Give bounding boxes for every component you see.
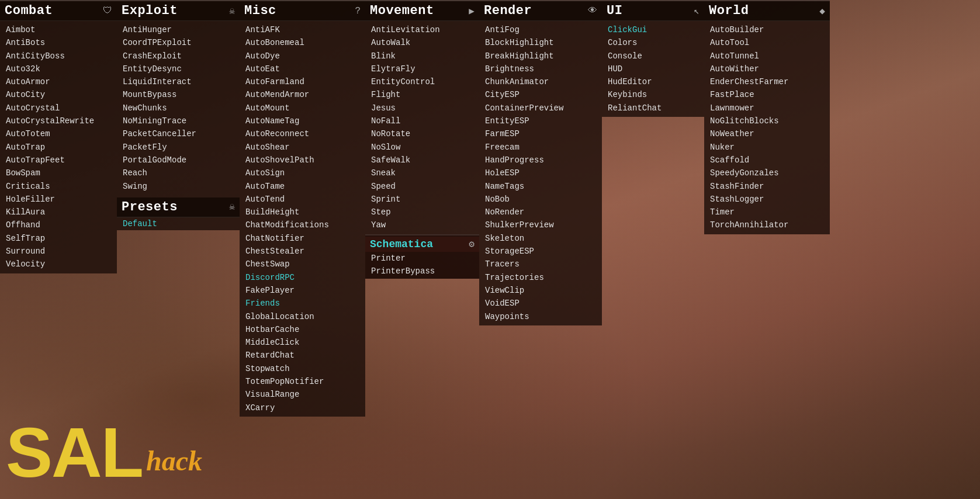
item-entitycontrol[interactable]: EntityControl xyxy=(365,75,479,88)
item-noslow[interactable]: NoSlow xyxy=(365,141,479,154)
item-cityesp[interactable]: CityESP xyxy=(479,88,602,101)
item-xcarry[interactable]: XCarry xyxy=(240,401,365,414)
item-autofarmland[interactable]: AutoFarmland xyxy=(240,75,365,88)
item-yaw[interactable]: Yaw xyxy=(365,219,479,231)
item-fastplace[interactable]: FastPlace xyxy=(704,88,830,101)
item-selftrap[interactable]: SelfTrap xyxy=(0,232,117,245)
item-globallocation[interactable]: GlobalLocation xyxy=(240,310,365,323)
item-antibots[interactable]: AntiBots xyxy=(0,36,117,49)
item-console[interactable]: Console xyxy=(602,50,704,63)
item-blockhighlight[interactable]: BlockHighlight xyxy=(479,36,602,49)
item-visualrange[interactable]: VisualRange xyxy=(240,388,365,401)
item-autoreconnect[interactable]: AutoReconnect xyxy=(240,127,365,140)
panel-header-movement[interactable]: Movement▶ xyxy=(365,1,479,21)
item-sneak[interactable]: Sneak xyxy=(365,167,479,179)
item-stashfinder[interactable]: StashFinder xyxy=(704,180,830,193)
item-storageesp[interactable]: StorageESP xyxy=(479,245,602,258)
item-sprint[interactable]: Sprint xyxy=(365,193,479,206)
item-chestswap[interactable]: ChestSwap xyxy=(240,258,365,271)
sub-panel-header-schematica[interactable]: Schematica⚙ xyxy=(365,237,479,252)
item-mountbypass[interactable]: MountBypass xyxy=(117,88,240,101)
item-killaura[interactable]: KillAura xyxy=(0,206,117,219)
item-packetcanceller[interactable]: PacketCanceller xyxy=(117,127,240,140)
item-autocity[interactable]: AutoCity xyxy=(0,88,117,101)
item-lawnmower[interactable]: Lawnmower xyxy=(704,102,830,115)
item-stopwatch[interactable]: Stopwatch xyxy=(240,362,365,375)
item-autonametag[interactable]: AutoNameTag xyxy=(240,115,365,127)
item-nuker[interactable]: Nuker xyxy=(704,141,830,154)
item-friends[interactable]: Friends xyxy=(240,297,365,310)
item-velocity[interactable]: Velocity xyxy=(0,258,117,271)
item-reliantchat[interactable]: ReliantChat xyxy=(602,102,704,115)
item-chatnotifier[interactable]: ChatNotifier xyxy=(240,232,365,245)
item-packetfly[interactable]: PacketFly xyxy=(117,141,240,154)
item-colors[interactable]: Colors xyxy=(602,36,704,49)
item-waypoints[interactable]: Waypoints xyxy=(479,310,602,323)
item-surround[interactable]: Surround xyxy=(0,245,117,258)
item-autosign[interactable]: AutoSign xyxy=(240,167,365,179)
item-discordrpc[interactable]: DiscordRPC xyxy=(240,271,365,284)
item-clickgui[interactable]: ClickGui xyxy=(602,23,704,36)
item-autowither[interactable]: AutoWither xyxy=(704,63,830,75)
item-chatmodifications[interactable]: ChatModifications xyxy=(240,219,365,231)
item-offhand[interactable]: Offhand xyxy=(0,219,117,231)
panel-header-combat[interactable]: Combat🛡 xyxy=(0,1,117,21)
item-criticals[interactable]: Criticals xyxy=(0,180,117,193)
item-hotbarcache[interactable]: HotbarCache xyxy=(240,323,365,336)
item-nofall[interactable]: NoFall xyxy=(365,115,479,127)
item-holeesp[interactable]: HoleESP xyxy=(479,167,602,179)
item-reach[interactable]: Reach xyxy=(117,167,240,179)
item-autotend[interactable]: AutoTend xyxy=(240,193,365,206)
item-enderchestfarmer[interactable]: EnderChestFarmer xyxy=(704,75,830,88)
item-stashlogger[interactable]: StashLogger xyxy=(704,193,830,206)
panel-header-ui[interactable]: UI↖ xyxy=(602,1,704,21)
item-totempopnotifier[interactable]: TotemPopNotifier xyxy=(240,375,365,388)
item-autocrystal[interactable]: AutoCrystal xyxy=(0,102,117,115)
item-noglitchblocks[interactable]: NoGlitchBlocks xyxy=(704,115,830,127)
item-retardchat[interactable]: RetardChat xyxy=(240,349,365,362)
item-autoshovelpath[interactable]: AutoShovelPath xyxy=(240,154,365,167)
panel-header-exploit[interactable]: Exploit☠ xyxy=(117,1,240,21)
sub-item-printer[interactable]: Printer xyxy=(365,252,479,265)
item-shulkerpreview[interactable]: ShulkerPreview xyxy=(479,219,602,231)
item-antifog[interactable]: AntiFog xyxy=(479,23,602,36)
item-anticityboss[interactable]: AntiCityBoss xyxy=(0,50,117,63)
item-automount[interactable]: AutoMount xyxy=(240,102,365,115)
item-bowspam[interactable]: BowSpam xyxy=(0,167,117,179)
item-step[interactable]: Step xyxy=(365,206,479,219)
item-aimbot[interactable]: Aimbot xyxy=(0,23,117,36)
item-entitydesync[interactable]: EntityDesync xyxy=(117,63,240,75)
item-blink[interactable]: Blink xyxy=(365,50,479,63)
item-elytrafly[interactable]: ElytraFly xyxy=(365,63,479,75)
item-autoeat[interactable]: AutoEat xyxy=(240,63,365,75)
item-autodye[interactable]: AutoDye xyxy=(240,50,365,63)
item-liquidinteract[interactable]: LiquidInteract xyxy=(117,75,240,88)
item-autotrapfeet[interactable]: AutoTrapFeet xyxy=(0,154,117,167)
item-freecam[interactable]: Freecam xyxy=(479,141,602,154)
item-antiafk[interactable]: AntiAFK xyxy=(240,23,365,36)
item-antihunger[interactable]: AntiHunger xyxy=(117,23,240,36)
item-hudeditor[interactable]: HudEditor xyxy=(602,75,704,88)
item-autowalk[interactable]: AutoWalk xyxy=(365,36,479,49)
item-auto32k[interactable]: Auto32k xyxy=(0,63,117,75)
item-skeleton[interactable]: Skeleton xyxy=(479,232,602,245)
item-norender[interactable]: NoRender xyxy=(479,206,602,219)
item-speedygonzales[interactable]: SpeedyGonzales xyxy=(704,167,830,179)
item-handprogress[interactable]: HandProgress xyxy=(479,154,602,167)
item-fakeplayer[interactable]: FakePlayer xyxy=(240,284,365,297)
item-newchunks[interactable]: NewChunks xyxy=(117,102,240,115)
item-trajectories[interactable]: Trajectories xyxy=(479,271,602,284)
panel-header-world[interactable]: World◆ xyxy=(704,1,830,21)
item-autocrystalrewrite[interactable]: AutoCrystalRewrite xyxy=(0,115,117,127)
item-viewclip[interactable]: ViewClip xyxy=(479,284,602,297)
item-antilevitation[interactable]: AntiLevitation xyxy=(365,23,479,36)
item-farmesp[interactable]: FarmESP xyxy=(479,127,602,140)
sub-item-printerbypass[interactable]: PrinterBypass xyxy=(365,265,479,278)
item-breakhighlight[interactable]: BreakHighlight xyxy=(479,50,602,63)
item-autobuilder[interactable]: AutoBuilder xyxy=(704,23,830,36)
item-middleclick[interactable]: MiddleClick xyxy=(240,336,365,349)
item-coordtpexploit[interactable]: CoordTPExploit xyxy=(117,36,240,49)
preset-item-default[interactable]: Default xyxy=(117,217,240,230)
item-autototem[interactable]: AutoTotem xyxy=(0,127,117,140)
panel-header-render[interactable]: Render👁 xyxy=(479,1,602,21)
